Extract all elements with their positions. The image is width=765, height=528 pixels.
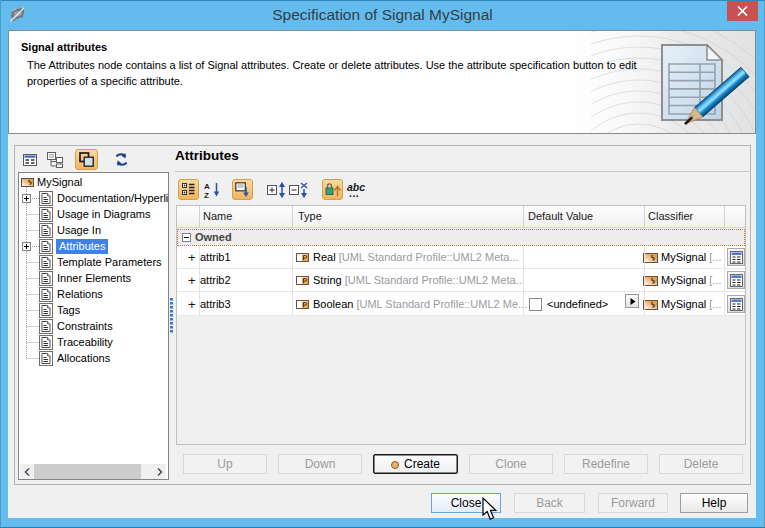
svg-text:Z: Z	[204, 191, 209, 200]
